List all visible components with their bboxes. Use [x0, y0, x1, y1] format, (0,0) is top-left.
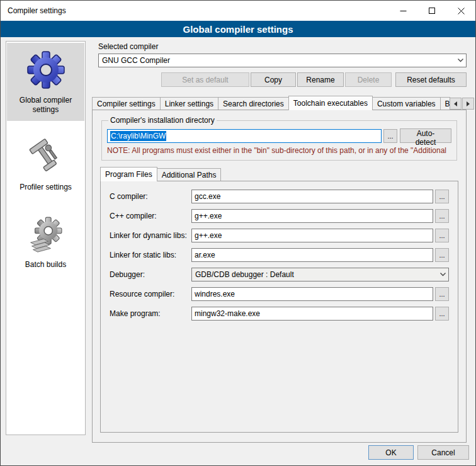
install-dir-browse-button[interactable]: ... [383, 129, 397, 143]
installation-directory-row: C:\raylib\MinGW ... Auto-detect [107, 128, 451, 143]
install-dir-input[interactable]: C:\raylib\MinGW [107, 129, 382, 143]
program-files-panel: C compiler: ... C++ compiler: ... Linker… [100, 181, 458, 433]
install-dir-value: C:\raylib\MinGW [110, 131, 166, 141]
dialog-header: Global compiler settings [1, 21, 475, 37]
field-row-resource-compiler: Resource compiler: ... [110, 287, 449, 301]
tab-search-directories[interactable]: Search directories [218, 97, 289, 110]
dialog-footer: OK Cancel [368, 445, 469, 460]
resource-compiler-label: Resource compiler: [110, 290, 191, 298]
ok-button[interactable]: OK [368, 445, 414, 460]
installation-directory-group: Compiler's installation directory C:\ray… [101, 116, 457, 161]
copy-button[interactable]: Copy [251, 72, 296, 87]
dynamic-linker-input[interactable] [191, 229, 433, 242]
resource-compiler-browse-button[interactable]: ... [435, 287, 449, 301]
delete-button: Delete [345, 72, 392, 87]
cpp-compiler-input[interactable] [191, 209, 433, 223]
make-program-label: Make program: [110, 309, 191, 318]
subtab-program-files[interactable]: Program Files [100, 167, 157, 181]
dynamic-linker-label: Linker for dynamic libs: [110, 231, 191, 240]
auto-detect-button[interactable]: Auto-detect [400, 128, 451, 143]
c-compiler-label: C compiler: [110, 192, 191, 201]
rename-button[interactable]: Rename [297, 72, 344, 87]
window-controls [388, 1, 475, 21]
close-button[interactable] [446, 1, 475, 21]
maximize-button[interactable] [417, 1, 446, 21]
static-linker-browse-button[interactable]: ... [435, 248, 449, 262]
field-row-debugger: Debugger: GDB/CDB debugger : Default [110, 268, 449, 281]
tab-scroll-right-button[interactable] [462, 98, 474, 110]
sidebar-item-profiler-settings[interactable]: Profiler settings [7, 130, 84, 198]
titlebar[interactable]: Compiler settings [1, 1, 475, 21]
sidebar-item-batch-builds[interactable]: Batch builds [7, 207, 84, 276]
cpp-compiler-label: C++ compiler: [110, 212, 191, 220]
cancel-button[interactable]: Cancel [417, 445, 469, 460]
sidebar-item-label: Global compiler settings [9, 96, 82, 115]
resource-compiler-input[interactable] [191, 287, 433, 301]
sidebar-item-global-compiler-settings[interactable]: Global compiler settings [7, 43, 84, 121]
minimize-icon [400, 8, 407, 14]
minimize-button[interactable] [388, 1, 417, 21]
maximize-icon [429, 8, 436, 14]
tab-compiler-settings[interactable]: Compiler settings [92, 97, 161, 110]
static-linker-label: Linker for static libs: [110, 251, 191, 259]
tab-scroll-left-button[interactable] [450, 98, 462, 110]
field-row-c-compiler: C compiler: ... [110, 190, 449, 203]
tab-build-clipped[interactable]: Buil [440, 97, 450, 110]
settings-tabstrip: Compiler settings Linker settings Search… [92, 95, 467, 110]
chevron-down-icon [455, 54, 466, 67]
tab-custom-variables[interactable]: Custom variables [372, 97, 441, 110]
debugger-select[interactable]: GDB/CDB debugger : Default [191, 268, 449, 281]
tab-scroll-buttons [450, 98, 474, 110]
c-compiler-browse-button[interactable]: ... [435, 190, 449, 203]
program-files-subtabs: Program Files Additional Paths [100, 166, 458, 181]
compiler-buttons-row: Set as default Copy Rename Delete Reset … [92, 72, 467, 87]
main-panel: Selected compiler GNU GCC Compiler Set a… [92, 40, 467, 443]
field-row-static-linker: Linker for static libs: ... [110, 248, 449, 262]
c-compiler-input[interactable] [191, 190, 433, 203]
dynamic-linker-browse-button[interactable]: ... [435, 229, 449, 242]
make-program-browse-button[interactable]: ... [435, 307, 449, 321]
debugger-select-value: GDB/CDB debugger : Default [195, 270, 437, 279]
note-text: NOTE: All programs must exist either in … [107, 146, 451, 155]
chevron-down-icon [437, 268, 448, 281]
cpp-compiler-browse-button[interactable]: ... [435, 209, 449, 223]
reset-defaults-button[interactable]: Reset defaults [395, 72, 467, 87]
settings-category-list: Global compiler settings Profiler settin… [6, 41, 86, 435]
subtab-additional-paths[interactable]: Additional Paths [157, 168, 222, 181]
profiler-tool-icon [25, 136, 67, 178]
arrow-right-icon [467, 101, 470, 106]
static-linker-input[interactable] [191, 248, 433, 262]
compiler-select-value: GNU GCC Compiler [102, 56, 455, 65]
blue-gear-icon [25, 49, 67, 91]
toolchain-executables-panel: Compiler's installation directory C:\ray… [92, 110, 467, 443]
compiler-select[interactable]: GNU GCC Compiler [98, 54, 467, 67]
set-as-default-button: Set as default [161, 72, 249, 87]
tab-toolchain-executables[interactable]: Toolchain executables [288, 96, 373, 110]
close-icon [458, 8, 465, 14]
selected-compiler-label: Selected compiler [98, 42, 467, 51]
debugger-label: Debugger: [110, 270, 191, 279]
sidebar-item-label: Profiler settings [20, 183, 72, 192]
make-program-input[interactable] [191, 307, 433, 321]
gray-gear-icon [25, 213, 67, 255]
installation-directory-legend: Compiler's installation directory [108, 116, 217, 125]
window-title: Compiler settings [1, 6, 66, 15]
sidebar-item-label: Batch builds [25, 260, 66, 270]
field-row-dynamic-linker: Linker for dynamic libs: ... [110, 229, 449, 242]
arrow-left-icon [454, 101, 457, 106]
field-row-make-program: Make program: ... [110, 307, 449, 321]
tab-linker-settings[interactable]: Linker settings [160, 97, 218, 110]
compiler-settings-window: Compiler settings Global compiler settin… [0, 0, 476, 466]
field-row-cpp-compiler: C++ compiler: ... [110, 209, 449, 223]
